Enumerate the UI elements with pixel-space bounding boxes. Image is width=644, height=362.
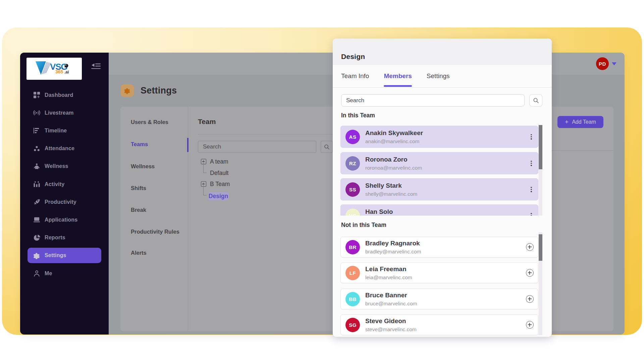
settings-nav: Users & RolesTeamsWellnessShiftsBreakPro… [120,107,188,331]
member-texts: Steve Gideonsteve@marvelinc.com [365,317,417,333]
sidebar-item-label: Productivity [45,199,76,205]
team-search-input[interactable] [198,141,316,153]
add-member-icon[interactable] [526,269,534,277]
plus-icon: + [565,118,569,126]
sidebar: VSG 365 .ai DashboardLivestreamTimelineA… [20,53,109,335]
avatar: LF [345,266,360,280]
add-member-icon[interactable] [526,321,534,329]
sidebar-item-label: Attendance [45,145,74,152]
avatar: SG [345,318,360,332]
member-name: Shelly Stark [365,182,417,190]
sidebar-item-attendance[interactable]: Attendance [28,141,101,156]
sidebar-item-wellness[interactable]: Wellness [28,159,101,174]
user-menu[interactable]: PD [596,57,616,70]
avatar: SS [345,182,360,197]
chevron-down-icon[interactable] [612,62,616,65]
sidebar-item-settings[interactable]: Settings [28,248,101,263]
wellness-icon [33,163,40,170]
sidebar-item-livestream[interactable]: Livestream [28,105,101,121]
member-row[interactable]: BRBradley Ragnarokbradley@marvelinc.com [340,237,538,257]
sidebar-collapse-icon[interactable] [91,62,101,71]
settings-nav-wellness[interactable]: Wellness [131,163,155,170]
tree-connector [203,162,207,173]
settings-page-icon [121,84,134,97]
svg-text:.ai: .ai [64,70,69,74]
member-name: Han Solo [365,208,393,216]
member-email: shelly@marvelinc.com [365,191,417,197]
app-logo[interactable]: VSG 365 .ai [26,58,82,80]
settings-nav-alerts[interactable]: Alerts [131,250,147,256]
page-header: Settings [121,84,177,97]
settings-nav-users-roles[interactable]: Users & Roles [131,119,168,125]
member-row[interactable]: HSHan Solo [340,204,538,216]
user-avatar[interactable]: PD [596,57,609,70]
member-texts: Bruce Bannerbruce@marvelinc.com [365,291,417,307]
sidebar-item-activity[interactable]: Activity [28,177,101,192]
dashboard-icon [33,92,40,99]
kebab-menu-icon[interactable] [531,133,532,140]
member-texts: Bradley Ragnarokbradley@marvelinc.com [365,239,421,255]
member-name: Bruce Banner [365,291,417,299]
in-team-scrollbar-thumb[interactable] [539,125,542,169]
settings-nav-teams[interactable]: Teams [131,141,148,147]
modal-header: Design [333,39,552,65]
sidebar-item-productivity[interactable]: Productivity [28,194,101,210]
sidebar-item-me[interactable]: Me [28,266,101,281]
settings-nav-shifts[interactable]: Shifts [131,185,146,191]
sidebar-item-label: Activity [45,181,64,187]
avatar: BR [345,240,360,254]
member-row[interactable]: SSShelly Starkshelly@marvelinc.com [340,178,538,200]
add-team-button[interactable]: + Add Team [557,116,603,128]
reports-icon [33,234,40,241]
sidebar-item-applications[interactable]: Applications [28,212,101,228]
add-member-icon[interactable] [526,243,534,251]
me-icon [33,270,40,277]
sidebar-item-reports[interactable]: Reports [28,230,101,245]
member-texts: Roronoa Zorororonoa@marvelinc.com [365,156,422,171]
member-name: Bradley Ragnarok [365,239,421,247]
sidebar-item-timeline[interactable]: Timeline [28,123,101,138]
livestream-icon [33,109,40,116]
tree-connector [203,184,207,195]
member-row[interactable]: LFLeia Freemanleia@marvelinc.com [340,262,538,283]
settings-nav-productivity-rules[interactable]: Productivity Rules [131,229,179,235]
kebab-menu-icon[interactable] [531,212,532,216]
member-texts: Shelly Starkshelly@marvelinc.com [365,182,417,197]
tab-settings[interactable]: Settings [427,72,450,80]
sidebar-item-dashboard[interactable]: Dashboard [28,87,101,103]
tree-node-default[interactable]: Default [210,167,228,179]
member-row[interactable]: ASAnakin Skywalkeeranakin@marvelinc.com [340,126,538,148]
not-in-team-scrollbar-thumb[interactable] [539,234,542,261]
member-search-button[interactable] [529,94,542,107]
member-row[interactable]: RZRoronoa Zorororonoa@marvelinc.com [340,152,538,174]
kebab-menu-icon[interactable] [531,186,532,193]
avatar: RZ [345,156,360,171]
kebab-menu-icon[interactable] [531,160,532,167]
not-in-team-list: BRBradley Ragnarokbradley@marvelinc.comL… [333,232,552,337]
avatar: AS [345,130,360,144]
active-tab-underline [384,85,412,87]
member-row[interactable]: BBBruce Bannerbruce@marvelinc.com [340,289,538,309]
add-team-label: Add Team [572,119,596,125]
member-name: Roronoa Zoro [365,156,422,164]
member-email: bradley@marvelinc.com [365,248,421,255]
tree-node-design-selected[interactable]: Design [208,192,228,200]
modal-title: Design [341,53,365,61]
tab-team-info[interactable]: Team Info [341,72,369,80]
sidebar-item-label: Timeline [45,128,67,134]
add-member-icon[interactable] [526,295,534,303]
member-email: bruce@marvelinc.com [365,300,417,307]
team-search-button[interactable] [321,141,333,153]
activity-icon [33,181,40,188]
timeline-icon [33,127,40,134]
tab-members[interactable]: Members [384,72,412,80]
settings-nav-break[interactable]: Break [131,207,146,213]
member-texts: Leia Freemanleia@marvelinc.com [365,265,412,281]
page-title: Settings [141,85,177,96]
svg-text:365: 365 [55,69,63,74]
member-row[interactable]: SGSteve Gideonsteve@marvelinc.com [340,314,538,335]
member-name: Steve Gideon [365,317,417,325]
member-texts: Anakin Skywalkeeranakin@marvelinc.com [365,129,423,144]
member-search-input[interactable] [341,94,525,107]
tabs-divider [333,87,552,87]
